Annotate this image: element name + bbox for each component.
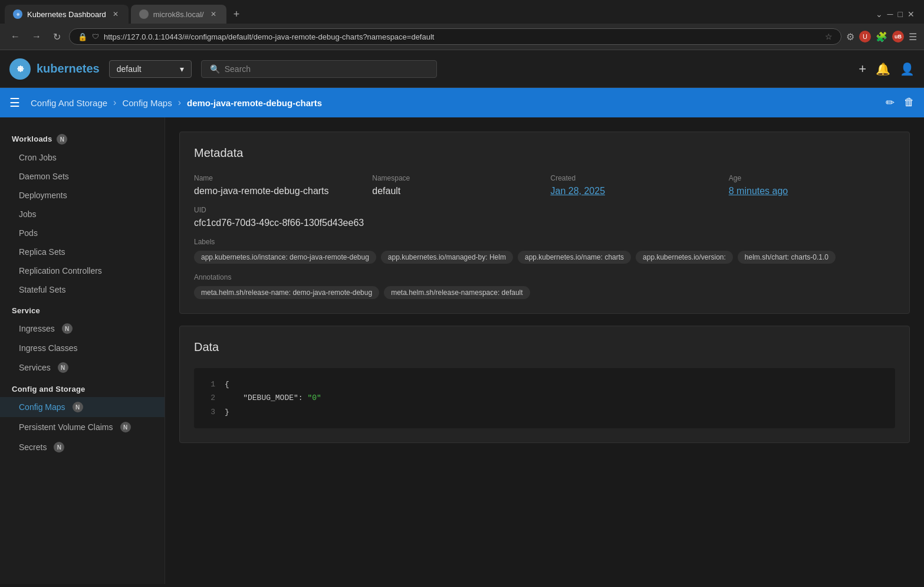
namespace-field: Namespace default xyxy=(372,174,538,196)
annotations-chips: meta.helm.sh/release-name: demo-java-rem… xyxy=(194,286,895,299)
uid-label: UID xyxy=(194,206,895,214)
annotation-chip-1: meta.helm.sh/release-namespace: default xyxy=(384,286,530,299)
back-button[interactable]: ← xyxy=(7,29,24,44)
age-value[interactable]: 8 minutes ago xyxy=(729,186,895,196)
ingresses-badge: N xyxy=(62,323,73,334)
sidebar-item-ingresses[interactable]: Ingresses N xyxy=(0,319,165,339)
browser-chrome: ⎈ Kubernetes Dashboard ✕ microk8s.local/… xyxy=(0,0,924,50)
breadcrumb-config-maps[interactable]: Config Maps xyxy=(122,98,172,108)
metadata-title: Metadata xyxy=(194,146,895,160)
sidebar-item-config-maps[interactable]: Config Maps N xyxy=(0,397,165,417)
sidebar-section-config-storage: Config and Storage xyxy=(0,378,165,397)
workloads-badge: N xyxy=(57,134,67,145)
ublock-icon[interactable]: uB xyxy=(892,31,904,42)
secrets-badge: N xyxy=(54,442,64,452)
global-search[interactable]: 🔍 Search xyxy=(201,60,437,78)
sidebar: Workloads N Cron Jobs Daemon Sets Deploy… xyxy=(0,117,165,584)
annotations-label: Annotations xyxy=(194,273,895,281)
created-field: Created Jan 28, 2025 xyxy=(551,174,717,196)
services-badge: N xyxy=(58,362,68,373)
annotation-chip-0: meta.helm.sh/release-name: demo-java-rem… xyxy=(194,286,379,299)
annotations-section: Annotations meta.helm.sh/release-name: d… xyxy=(194,273,895,299)
code-line-1: 1 { xyxy=(203,378,886,391)
data-card: Data 1 { 2 "DEBUG_MODE": "0" 3 } xyxy=(179,326,910,443)
sidebar-item-replica-sets[interactable]: Replica Sets xyxy=(0,242,165,261)
tab-close-k8s[interactable]: ✕ xyxy=(111,9,120,19)
sidebar-item-secrets[interactable]: Secrets N xyxy=(0,437,165,457)
search-icon: 🔍 xyxy=(210,64,220,74)
namespace-selector[interactable]: default ▾ xyxy=(109,60,192,78)
label-chip-4: helm.sh/chart: charts-0.1.0 xyxy=(738,251,836,264)
firefox-sync-icon[interactable]: ⚙ xyxy=(846,31,854,42)
minimize-button[interactable]: ─ xyxy=(887,9,893,19)
data-title: Data xyxy=(194,340,895,354)
edit-button[interactable]: ✏ xyxy=(886,96,895,109)
shield-icon: 🛡 xyxy=(92,32,99,41)
breadcrumb-sep-2: › xyxy=(178,97,181,108)
breadcrumb-sep-1: › xyxy=(113,97,116,108)
delete-button[interactable]: 🗑 xyxy=(904,96,915,109)
sidebar-toggle[interactable]: ☰ xyxy=(9,96,20,110)
line-num-1: 1 xyxy=(203,378,215,391)
browser-tabs-bar: ⎈ Kubernetes Dashboard ✕ microk8s.local/… xyxy=(0,0,924,24)
sidebar-item-daemon-sets[interactable]: Daemon Sets xyxy=(0,167,165,186)
refresh-button[interactable]: ↻ xyxy=(50,29,64,45)
name-label: Name xyxy=(194,174,360,182)
tab-kubernetes-dashboard[interactable]: ⎈ Kubernetes Dashboard ✕ xyxy=(5,5,129,24)
labels-label: Labels xyxy=(194,238,895,246)
breadcrumb-bar: ☰ Config And Storage › Config Maps › dem… xyxy=(0,88,924,117)
namespace-label: Namespace xyxy=(372,174,538,182)
account-icon[interactable]: 👤 xyxy=(900,62,915,76)
line-num-2: 2 xyxy=(203,391,215,405)
code-line-2: 2 "DEBUG_MODE": "0" xyxy=(203,391,886,405)
sidebar-item-deployments[interactable]: Deployments xyxy=(0,186,165,205)
extensions-icon[interactable]: 🧩 xyxy=(876,31,887,42)
notifications-icon[interactable]: 🔔 xyxy=(876,62,890,76)
main-layout: Workloads N Cron Jobs Daemon Sets Deploy… xyxy=(0,117,924,584)
address-url: https://127.0.0.1:10443/#/configmap/defa… xyxy=(104,32,820,41)
sidebar-item-replication-controllers[interactable]: Replication Controllers xyxy=(0,261,165,280)
age-label: Age xyxy=(729,174,895,182)
add-button[interactable]: + xyxy=(859,61,866,77)
tab-label-microk8s: microk8s.local/ xyxy=(153,10,204,19)
sidebar-item-jobs[interactable]: Jobs xyxy=(0,205,165,224)
header-actions: + 🔔 👤 xyxy=(859,61,915,77)
new-tab-button[interactable]: + xyxy=(229,6,245,23)
tab-label-k8s: Kubernetes Dashboard xyxy=(27,10,106,19)
sidebar-section-service: Service xyxy=(0,299,165,319)
sidebar-item-pvc[interactable]: Persistent Volume Claims N xyxy=(0,417,165,437)
name-field: Name demo-java-remote-debug-charts xyxy=(194,174,360,196)
breadcrumb-current: demo-java-remote-debug-charts xyxy=(187,98,322,108)
tab-close-microk8s[interactable]: ✕ xyxy=(209,9,218,19)
sidebar-item-pods[interactable]: Pods xyxy=(0,224,165,242)
star-icon[interactable]: ☆ xyxy=(825,32,833,41)
profile-icon[interactable]: U xyxy=(859,31,871,42)
sidebar-item-cron-jobs[interactable]: Cron Jobs xyxy=(0,148,165,167)
sidebar-item-stateful-sets[interactable]: Stateful Sets xyxy=(0,280,165,299)
created-value[interactable]: Jan 28, 2025 xyxy=(551,186,717,196)
sidebar-item-ingress-classes[interactable]: Ingress Classes xyxy=(0,339,165,358)
tab-microk8s[interactable]: microk8s.local/ ✕ xyxy=(131,5,226,24)
close-window-button[interactable]: ✕ xyxy=(907,9,915,19)
code-line-3: 3 } xyxy=(203,405,886,419)
menu-icon[interactable]: ☰ xyxy=(909,31,917,42)
breadcrumb-config-storage[interactable]: Config And Storage xyxy=(31,98,107,108)
address-bar[interactable]: 🔒 🛡 https://127.0.0.1:10443/#/configmap/… xyxy=(69,28,841,45)
maximize-button[interactable]: □ xyxy=(898,9,903,19)
created-label: Created xyxy=(551,174,717,182)
app-header: ⎈ kubernetes default ▾ 🔍 Search + 🔔 👤 xyxy=(0,50,924,88)
sidebar-item-services[interactable]: Services N xyxy=(0,358,165,378)
line-content-1: { xyxy=(225,378,229,391)
age-field: Age 8 minutes ago xyxy=(729,174,895,196)
sidebar-section-workloads: Workloads N xyxy=(0,127,165,148)
code-value: "0" xyxy=(307,393,321,402)
namespace-value: default xyxy=(117,64,142,74)
forward-button[interactable]: → xyxy=(28,29,45,44)
app-name: kubernetes xyxy=(37,62,100,76)
label-chip-0: app.kubernetes.io/instance: demo-java-re… xyxy=(194,251,376,264)
tab-list-button[interactable]: ⌄ xyxy=(876,9,883,19)
toolbar-right: ⚙ U 🧩 uB ☰ xyxy=(846,31,917,42)
data-code-block: 1 { 2 "DEBUG_MODE": "0" 3 } xyxy=(194,368,895,428)
config-maps-badge: N xyxy=(73,402,83,412)
tab-favicon-microk8s xyxy=(139,9,149,19)
